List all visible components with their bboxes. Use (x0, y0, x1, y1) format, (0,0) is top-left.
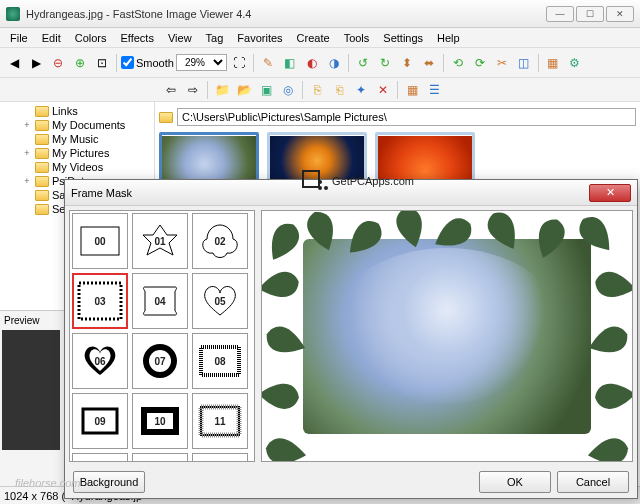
dialog-buttons: Background OK Cancel (65, 466, 637, 498)
tool-icon[interactable]: ⬌ (419, 53, 439, 73)
mask-cell-06[interactable]: 06 (72, 333, 128, 389)
menu-colors[interactable]: Colors (69, 30, 113, 46)
mask-label: 10 (154, 416, 165, 427)
app-icon (6, 7, 20, 21)
settings-icon[interactable]: ⚙ (565, 53, 585, 73)
menu-effects[interactable]: Effects (115, 30, 160, 46)
menu-settings[interactable]: Settings (377, 30, 429, 46)
delete-icon[interactable]: ✕ (373, 80, 393, 100)
tree-label: My Documents (52, 119, 125, 131)
mask-cell-10[interactable]: 10 (132, 393, 188, 449)
main-toolbar: ◀ ▶ ⊖ ⊕ ⊡ Smooth 29% ⛶ ✎ ◧ ◐ ◑ ↺ ↻ ⬍ ⬌ ⟲… (0, 48, 640, 78)
mask-cell-02[interactable]: 02 (192, 213, 248, 269)
mask-label: 08 (214, 356, 225, 367)
menu-create[interactable]: Create (291, 30, 336, 46)
menu-edit[interactable]: Edit (36, 30, 67, 46)
dialog-close-button[interactable]: ✕ (589, 184, 631, 202)
folder-icon (35, 162, 49, 173)
frame-mask-dialog: Frame Mask ✕ 000102030405060708091011121… (64, 179, 638, 499)
folder-icon[interactable]: 📂 (234, 80, 254, 100)
window-title: Hydrangeas.jpg - FastStone Image Viewer … (26, 8, 546, 20)
smooth-checkbox[interactable]: Smooth (121, 56, 174, 69)
nav-fwd-icon[interactable]: ▶ (26, 53, 46, 73)
mask-cell-14[interactable]: 14 (192, 453, 248, 462)
minimize-button[interactable]: — (546, 6, 574, 22)
menu-file[interactable]: File (4, 30, 34, 46)
mask-grid[interactable]: 000102030405060708091011121314 (69, 210, 255, 462)
folder-up-icon[interactable]: 📁 (212, 80, 232, 100)
mask-cell-00[interactable]: 00 (72, 213, 128, 269)
mask-cell-01[interactable]: 01 (132, 213, 188, 269)
titlebar: Hydrangeas.jpg - FastStone Image Viewer … (0, 0, 640, 28)
tree-label: My Pictures (52, 147, 109, 159)
expand-icon[interactable]: + (22, 120, 32, 130)
preview-pane: Preview (0, 310, 64, 502)
mask-cell-12[interactable]: 12 (72, 453, 128, 462)
expand-icon[interactable]: + (22, 148, 32, 158)
mask-cell-07[interactable]: 07 (132, 333, 188, 389)
separator (348, 54, 349, 72)
zoom-select[interactable]: 29% (176, 54, 227, 71)
fullscreen-icon[interactable]: ⛶ (229, 53, 249, 73)
tool-icon[interactable]: ▣ (256, 80, 276, 100)
tool-icon[interactable]: ▦ (543, 53, 563, 73)
folder-icon (159, 112, 173, 123)
tool-icon[interactable]: ✦ (351, 80, 371, 100)
folder-icon (35, 120, 49, 131)
mask-label: 03 (94, 296, 105, 307)
tool-icon[interactable]: ◐ (302, 53, 322, 73)
tool-icon[interactable]: ◧ (280, 53, 300, 73)
mask-label: 02 (214, 236, 225, 247)
address-input[interactable]: C:\Users\Public\Pictures\Sample Pictures… (177, 108, 636, 126)
tree-label: Links (52, 105, 78, 117)
zoom-fit-icon[interactable]: ⊡ (92, 53, 112, 73)
tool-icon[interactable]: ⎗ (329, 80, 349, 100)
zoom-in-icon[interactable]: ⊕ (70, 53, 90, 73)
tree-item[interactable]: My Music (2, 132, 152, 146)
redo-icon[interactable]: ⟳ (470, 53, 490, 73)
background-button[interactable]: Background (73, 471, 145, 493)
tool-icon[interactable]: ◫ (514, 53, 534, 73)
menu-tools[interactable]: Tools (338, 30, 376, 46)
zoom-out-icon[interactable]: ⊖ (48, 53, 68, 73)
mask-cell-09[interactable]: 09 (72, 393, 128, 449)
tool-icon[interactable]: ✂ (492, 53, 512, 73)
view-list-icon[interactable]: ☰ (424, 80, 444, 100)
mask-cell-13[interactable]: 13 (132, 453, 188, 462)
maximize-button[interactable]: ☐ (576, 6, 604, 22)
mask-cell-08[interactable]: 08 (192, 333, 248, 389)
nav-back-icon[interactable]: ◀ (4, 53, 24, 73)
tree-item[interactable]: +My Documents (2, 118, 152, 132)
mask-cell-05[interactable]: 05 (192, 273, 248, 329)
mask-cell-04[interactable]: 04 (132, 273, 188, 329)
rotate-right-icon[interactable]: ↻ (375, 53, 395, 73)
tool-icon[interactable]: ✎ (258, 53, 278, 73)
preview-image (303, 239, 592, 434)
menu-view[interactable]: View (162, 30, 198, 46)
close-button[interactable]: ✕ (606, 6, 634, 22)
rotate-left-icon[interactable]: ↺ (353, 53, 373, 73)
ok-button[interactable]: OK (479, 471, 551, 493)
mask-label: 05 (214, 296, 225, 307)
menu-help[interactable]: Help (431, 30, 466, 46)
view-thumbs-icon[interactable]: ▦ (402, 80, 422, 100)
tool-icon[interactable]: ◎ (278, 80, 298, 100)
nav-prev-icon[interactable]: ⇦ (161, 80, 181, 100)
tool-icon[interactable]: ◑ (324, 53, 344, 73)
nav-next-icon[interactable]: ⇨ (183, 80, 203, 100)
mask-cell-11[interactable]: 11 (192, 393, 248, 449)
menu-tag[interactable]: Tag (200, 30, 230, 46)
folder-icon (35, 148, 49, 159)
expand-icon[interactable]: + (22, 176, 32, 186)
tree-item[interactable]: +My Pictures (2, 146, 152, 160)
menu-favorites[interactable]: Favorites (231, 30, 288, 46)
cancel-button[interactable]: Cancel (557, 471, 629, 493)
copy-icon[interactable]: ⎘ (307, 80, 327, 100)
mask-cell-03[interactable]: 03 (72, 273, 128, 329)
mask-label: 06 (94, 356, 105, 367)
tree-item[interactable]: My Videos (2, 160, 152, 174)
tree-item[interactable]: Links (2, 104, 152, 118)
undo-icon[interactable]: ⟲ (448, 53, 468, 73)
separator (207, 81, 208, 99)
tool-icon[interactable]: ⬍ (397, 53, 417, 73)
